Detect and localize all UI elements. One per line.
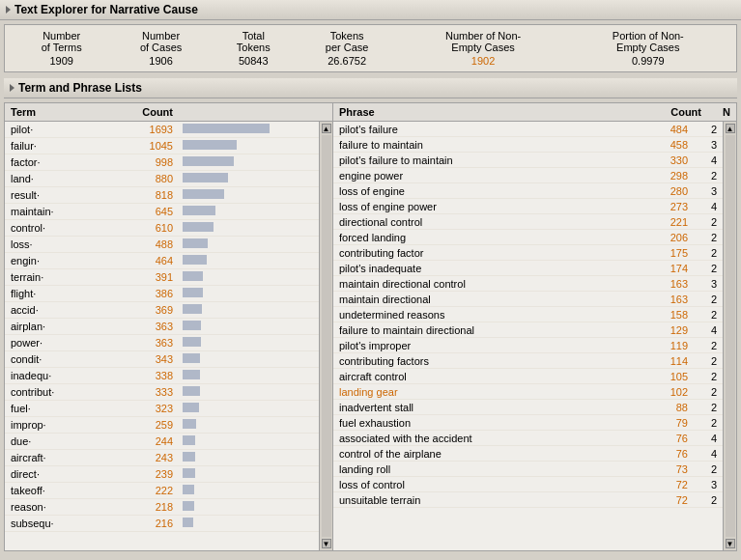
phrase-row[interactable]: pilot's improper 119 2 bbox=[333, 338, 723, 353]
section-header: Term and Phrase Lists bbox=[4, 78, 737, 98]
term-row[interactable]: pilot· 1693 bbox=[5, 122, 319, 138]
term-count: 333 bbox=[121, 386, 179, 398]
term-row[interactable]: maintain· 645 bbox=[5, 204, 319, 220]
phrase-row[interactable]: undetermined reasons 158 2 bbox=[333, 307, 723, 322]
scroll-up-left[interactable]: ▲ bbox=[322, 124, 331, 133]
term-row[interactable]: subsequ· 216 bbox=[5, 516, 319, 532]
left-scrollbar[interactable]: ▲ ▼ bbox=[319, 122, 332, 550]
term-row[interactable]: factor· 998 bbox=[5, 154, 319, 171]
term-bar bbox=[179, 254, 319, 267]
scroll-up-right[interactable]: ▲ bbox=[726, 124, 735, 133]
phrase-count: 76 bbox=[641, 448, 694, 460]
term-row[interactable]: result· 818 bbox=[5, 187, 319, 204]
phrase-row[interactable]: pilot's inadequate 174 2 bbox=[333, 261, 723, 276]
term-row[interactable]: inadequ· 338 bbox=[5, 368, 319, 384]
term-cell: power· bbox=[5, 337, 121, 349]
phrase-n: 2 bbox=[694, 294, 723, 305]
phrase-row[interactable]: fuel exhaustion 79 2 bbox=[333, 415, 723, 431]
term-row[interactable]: engin· 464 bbox=[5, 253, 319, 269]
term-cell: result· bbox=[5, 189, 121, 201]
phrase-n: 2 bbox=[694, 232, 723, 243]
term-row[interactable]: fuel· 323 bbox=[5, 401, 319, 417]
phrase-row[interactable]: loss of engine power 273 4 bbox=[333, 199, 723, 214]
phrase-cell: loss of control bbox=[333, 479, 641, 490]
phrase-n: 2 bbox=[694, 263, 723, 274]
term-count: 880 bbox=[121, 173, 179, 184]
phrase-row[interactable]: forced landing 206 2 bbox=[333, 230, 723, 245]
phrase-row[interactable]: failure to maintain directional 129 4 bbox=[333, 322, 723, 338]
section-arrow[interactable] bbox=[10, 84, 14, 92]
portion-non-empty-header: Portion of Non-Empty Cases bbox=[568, 29, 728, 54]
phrase-cell: failure to maintain bbox=[333, 139, 641, 151]
phrase-row[interactable]: aircraft control 105 2 bbox=[333, 369, 723, 384]
term-row[interactable]: due· 244 bbox=[5, 434, 319, 450]
term-row[interactable]: airplan· 363 bbox=[5, 319, 319, 335]
term-cell: takeoff· bbox=[5, 485, 121, 496]
phrase-row[interactable]: directional control 221 2 bbox=[333, 214, 723, 230]
phrase-count: 273 bbox=[641, 201, 694, 212]
phrase-n: 2 bbox=[694, 494, 723, 506]
term-row[interactable]: contribut· 333 bbox=[5, 384, 319, 401]
phrase-count: 330 bbox=[641, 154, 694, 166]
term-row[interactable]: power· 363 bbox=[5, 335, 319, 351]
term-bar bbox=[179, 467, 319, 481]
phrase-n: 2 bbox=[694, 463, 723, 475]
phrase-row[interactable]: engine power 298 2 bbox=[333, 168, 723, 183]
phrase-row[interactable]: associated with the accident 76 4 bbox=[333, 431, 723, 446]
phrase-cell: contributing factors bbox=[333, 355, 641, 367]
phrase-row[interactable]: loss of control 72 3 bbox=[333, 477, 723, 492]
phrase-col-header: Phrase bbox=[333, 105, 654, 119]
phrase-row[interactable]: landing roll 73 2 bbox=[333, 462, 723, 477]
term-list: pilot· 1693 failur· 1045 factor· 998 lan… bbox=[5, 122, 319, 550]
phrase-row[interactable]: contributing factor 175 2 bbox=[333, 245, 723, 261]
term-row[interactable]: loss· 488 bbox=[5, 237, 319, 253]
phrase-n: 3 bbox=[694, 185, 723, 197]
right-scrollbar[interactable]: ▲ ▼ bbox=[723, 122, 736, 550]
term-count: 343 bbox=[121, 353, 179, 365]
phrase-row[interactable]: pilot's failure 484 2 bbox=[333, 122, 723, 137]
num-cases-header: Numberof Cases bbox=[110, 29, 211, 54]
phrase-row[interactable]: pilot's failure to maintain 330 4 bbox=[333, 153, 723, 168]
tokens-per-case-val: 26.6752 bbox=[296, 54, 399, 68]
phrase-row[interactable]: maintain directional control 163 3 bbox=[333, 276, 723, 292]
phrase-n: 2 bbox=[694, 340, 723, 351]
term-row[interactable]: reason· 218 bbox=[5, 499, 319, 516]
term-count: 218 bbox=[121, 501, 179, 513]
term-row[interactable]: improp· 259 bbox=[5, 417, 319, 434]
term-bar bbox=[179, 434, 319, 448]
phrase-row[interactable]: maintain directional 163 2 bbox=[333, 292, 723, 307]
term-row[interactable]: aircraft· 243 bbox=[5, 450, 319, 466]
phrase-cell: aircraft control bbox=[333, 371, 641, 382]
phrase-count: 158 bbox=[641, 309, 694, 321]
phrase-row[interactable]: failure to maintain 458 3 bbox=[333, 137, 723, 153]
term-row[interactable]: land· 880 bbox=[5, 171, 319, 187]
term-bar bbox=[179, 172, 319, 185]
phrase-count: 79 bbox=[641, 417, 694, 429]
term-row[interactable]: control· 610 bbox=[5, 220, 319, 237]
term-row[interactable]: direct· 239 bbox=[5, 466, 319, 483]
term-row[interactable]: condit· 343 bbox=[5, 351, 319, 368]
term-row[interactable]: takeoff· 222 bbox=[5, 483, 319, 499]
count-col-header: Count bbox=[121, 105, 179, 119]
phrase-count: 175 bbox=[641, 247, 694, 259]
phrase-cell: landing roll bbox=[333, 463, 641, 475]
term-bar bbox=[179, 238, 319, 251]
phrase-row[interactable]: unsuitable terrain 72 2 bbox=[333, 492, 723, 508]
phrase-row[interactable]: control of the airplane 76 4 bbox=[333, 446, 723, 462]
scroll-down-left[interactable]: ▼ bbox=[322, 539, 331, 548]
phrase-cell: loss of engine power bbox=[333, 201, 641, 212]
phrase-row[interactable]: loss of engine 280 3 bbox=[333, 183, 723, 199]
term-cell: pilot· bbox=[5, 124, 121, 135]
phrase-row[interactable]: contributing factors 114 2 bbox=[333, 353, 723, 369]
phrase-row[interactable]: landing gear 102 2 bbox=[333, 384, 723, 400]
phrase-row[interactable]: inadvertent stall 88 2 bbox=[333, 400, 723, 415]
term-bar bbox=[179, 287, 319, 300]
term-cell: contribut· bbox=[5, 386, 121, 398]
term-row[interactable]: failur· 1045 bbox=[5, 138, 319, 154]
term-row[interactable]: terrain· 391 bbox=[5, 269, 319, 286]
term-row[interactable]: accid· 369 bbox=[5, 302, 319, 319]
scroll-down-right[interactable]: ▼ bbox=[726, 539, 735, 548]
term-row[interactable]: flight· 386 bbox=[5, 286, 319, 302]
collapse-arrow[interactable] bbox=[6, 6, 11, 14]
title-bar: Text Explorer for Narrative Cause bbox=[0, 0, 741, 20]
